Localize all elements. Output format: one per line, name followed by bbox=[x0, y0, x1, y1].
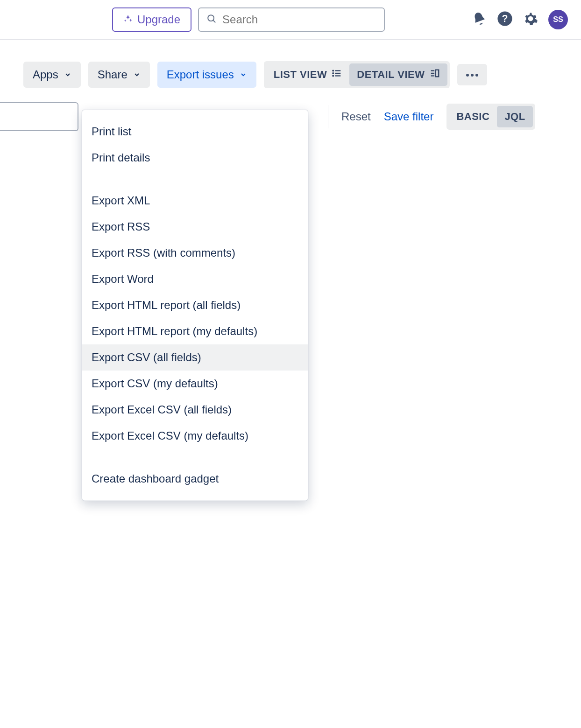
query-mode-toggle: BASIC JQL bbox=[446, 104, 535, 130]
chevron-down-icon bbox=[133, 68, 141, 81]
chevron-down-icon bbox=[64, 68, 71, 81]
menu-item-export-rss-comments[interactable]: Export RSS (with comments) bbox=[82, 240, 308, 266]
jql-mode-button[interactable]: JQL bbox=[497, 106, 532, 127]
svg-text:?: ? bbox=[502, 13, 508, 24]
detail-view-label: DETAIL VIEW bbox=[357, 69, 425, 81]
upgrade-label: Upgrade bbox=[137, 13, 180, 26]
toolbar: Apps Share Export issues LIST VIEW DETAI… bbox=[0, 40, 581, 88]
svg-point-14 bbox=[466, 74, 469, 77]
menu-item-export-excel-my[interactable]: Export Excel CSV (my defaults) bbox=[82, 423, 308, 449]
view-toggle: LIST VIEW DETAIL VIEW bbox=[264, 61, 450, 88]
avatar[interactable]: SS bbox=[548, 10, 568, 29]
notifications-icon[interactable] bbox=[472, 11, 487, 28]
divider bbox=[328, 105, 328, 128]
svg-rect-13 bbox=[435, 70, 438, 77]
avatar-initials: SS bbox=[553, 15, 563, 24]
svg-line-1 bbox=[213, 20, 216, 22]
svg-point-0 bbox=[208, 15, 214, 21]
detail-view-button[interactable]: DETAIL VIEW bbox=[349, 63, 447, 86]
menu-item-export-html-all[interactable]: Export HTML report (all fields) bbox=[82, 292, 308, 318]
detail-icon bbox=[430, 68, 440, 81]
search-icon bbox=[206, 14, 217, 26]
more-icon bbox=[466, 70, 479, 78]
list-icon bbox=[332, 68, 342, 81]
menu-item-export-csv-all[interactable]: Export CSV (all fields) bbox=[82, 344, 308, 371]
basic-mode-button[interactable]: BASIC bbox=[449, 106, 497, 127]
save-filter-button[interactable]: Save filter bbox=[384, 110, 434, 123]
export-label: Export issues bbox=[167, 68, 234, 81]
apps-button[interactable]: Apps bbox=[23, 62, 81, 88]
upgrade-button[interactable]: Upgrade bbox=[112, 7, 191, 32]
menu-item-create-gadget[interactable]: Create dashboard gadget bbox=[82, 466, 308, 492]
search-field[interactable] bbox=[198, 7, 385, 32]
help-icon[interactable]: ? bbox=[497, 11, 513, 28]
gear-icon[interactable] bbox=[523, 11, 538, 28]
svg-point-16 bbox=[475, 74, 478, 77]
share-label: Share bbox=[98, 68, 128, 81]
share-button[interactable]: Share bbox=[88, 62, 150, 88]
apps-label: Apps bbox=[33, 68, 58, 81]
svg-point-8 bbox=[333, 73, 334, 74]
top-bar: Upgrade ? SS bbox=[0, 0, 581, 40]
more-button[interactable] bbox=[457, 64, 487, 85]
list-view-button[interactable]: LIST VIEW bbox=[266, 63, 350, 86]
search-input[interactable] bbox=[222, 13, 376, 26]
svg-point-9 bbox=[333, 76, 334, 77]
menu-item-export-xml[interactable]: Export XML bbox=[82, 188, 308, 214]
reset-button[interactable]: Reset bbox=[341, 110, 371, 123]
field-fragment bbox=[0, 102, 78, 131]
chevron-down-icon bbox=[240, 68, 247, 81]
topbar-right: ? SS bbox=[472, 10, 568, 29]
menu-item-print-list[interactable]: Print list bbox=[82, 119, 308, 145]
menu-item-export-csv-my[interactable]: Export CSV (my defaults) bbox=[82, 371, 308, 397]
menu-item-export-excel-all[interactable]: Export Excel CSV (all fields) bbox=[82, 397, 308, 423]
list-view-label: LIST VIEW bbox=[274, 69, 327, 81]
export-issues-button[interactable]: Export issues bbox=[157, 62, 256, 88]
menu-item-export-rss[interactable]: Export RSS bbox=[82, 214, 308, 240]
menu-item-export-word[interactable]: Export Word bbox=[82, 266, 308, 292]
menu-item-export-html-my[interactable]: Export HTML report (my defaults) bbox=[82, 318, 308, 344]
menu-item-print-details[interactable]: Print details bbox=[82, 145, 308, 171]
sparkle-icon bbox=[123, 13, 133, 26]
svg-point-15 bbox=[471, 74, 474, 77]
svg-point-7 bbox=[333, 70, 334, 71]
export-dropdown: Print list Print details Export XML Expo… bbox=[82, 110, 308, 501]
